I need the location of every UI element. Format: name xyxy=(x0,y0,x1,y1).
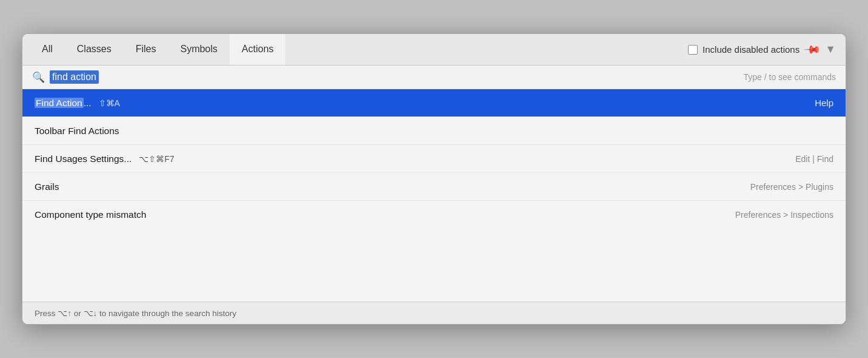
results-empty-space xyxy=(22,229,846,302)
result-item-grails-name: Grails xyxy=(35,181,59,192)
result-item-component-mismatch-name: Component type mismatch xyxy=(35,209,146,220)
result-item-component-mismatch-category: Preferences > Inspections xyxy=(735,210,833,220)
result-item-find-action[interactable]: Find Action... ⇧⌘A Help xyxy=(22,89,846,117)
include-disabled-group[interactable]: Include disabled actions xyxy=(688,44,800,55)
result-item-find-action-text: Find Action... ⇧⌘A xyxy=(35,98,815,109)
result-item-find-action-shortcut: ⇧⌘A xyxy=(99,98,120,108)
include-disabled-label: Include disabled actions xyxy=(703,44,800,55)
result-item-grails-category: Preferences > Plugins xyxy=(750,182,833,192)
tab-all-label: All xyxy=(42,44,53,55)
tab-spacer xyxy=(285,34,688,65)
search-icon: 🔍 xyxy=(32,71,45,84)
tab-right-controls: Include disabled actions 📌 ▼ xyxy=(688,34,846,65)
include-disabled-checkbox[interactable] xyxy=(688,45,698,55)
result-item-grails[interactable]: Grails Preferences > Plugins xyxy=(22,173,846,201)
filter-icon[interactable]: ▼ xyxy=(825,43,836,56)
search-input[interactable] xyxy=(99,70,101,84)
result-item-find-usages[interactable]: Find Usages Settings... ⌥⇧⌘F7 Edit | Fin… xyxy=(22,145,846,173)
result-item-find-usages-text: Find Usages Settings... ⌥⇧⌘F7 xyxy=(35,154,795,164)
result-item-find-action-category: Help xyxy=(815,98,833,108)
tab-actions[interactable]: Actions xyxy=(230,34,285,65)
search-hint: Type / to see commands xyxy=(743,72,836,82)
search-bar: 🔍 find action Type / to see commands xyxy=(22,66,846,89)
tab-files-label: Files xyxy=(136,44,156,55)
search-input-selected-text: find action xyxy=(50,70,99,84)
status-text: Press ⌥↑ or ⌥↓ to navigate through the s… xyxy=(35,309,236,318)
result-item-grails-text: Grails xyxy=(35,181,750,192)
result-item-toolbar-name: Toolbar Find Actions xyxy=(35,126,119,137)
tab-files[interactable]: Files xyxy=(124,34,169,65)
status-bar: Press ⌥↑ or ⌥↓ to navigate through the s… xyxy=(22,302,846,324)
tab-symbols-label: Symbols xyxy=(180,44,217,55)
result-item-find-usages-category: Edit | Find xyxy=(795,154,833,164)
result-item-component-mismatch-text: Component type mismatch xyxy=(35,209,735,220)
tab-actions-label: Actions xyxy=(242,44,273,55)
results-list: Find Action... ⇧⌘A Help Toolbar Find Act… xyxy=(22,89,846,229)
result-item-toolbar-find-actions[interactable]: Toolbar Find Actions xyxy=(22,117,846,145)
result-item-component-mismatch[interactable]: Component type mismatch Preferences > In… xyxy=(22,201,846,229)
result-item-find-action-name: Find Action... xyxy=(35,98,92,109)
tab-bar: All Classes Files Symbols Actions Includ… xyxy=(22,34,846,66)
search-window: All Classes Files Symbols Actions Includ… xyxy=(22,33,846,325)
tab-symbols[interactable]: Symbols xyxy=(168,34,229,65)
tab-classes[interactable]: Classes xyxy=(65,34,124,65)
result-item-find-usages-name: Find Usages Settings... xyxy=(35,154,132,164)
result-item-toolbar-text: Toolbar Find Actions xyxy=(35,126,833,137)
tab-all[interactable]: All xyxy=(30,34,65,65)
tab-classes-label: Classes xyxy=(77,44,112,55)
find-action-highlighted: Find Action xyxy=(35,98,84,108)
result-item-find-usages-shortcut: ⌥⇧⌘F7 xyxy=(139,154,174,164)
pin-icon[interactable]: 📌 xyxy=(803,40,822,59)
search-input-wrapper: find action xyxy=(50,70,738,84)
